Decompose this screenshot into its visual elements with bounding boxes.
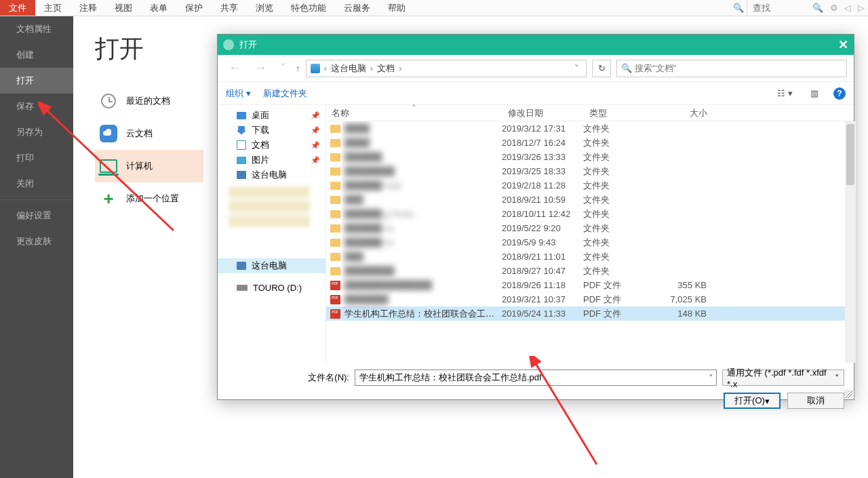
dialog-search[interactable]: 🔍 bbox=[616, 60, 847, 77]
col-size[interactable]: 大小 bbox=[665, 107, 713, 119]
sidebar-save[interactable]: 保存 bbox=[0, 94, 73, 119]
chevron-down-icon[interactable]: ˅ bbox=[835, 373, 840, 383]
menu-cloud[interactable]: 云服务 bbox=[335, 0, 379, 16]
file-row[interactable]: ███2018/9/21 11:01文件夹 bbox=[326, 250, 854, 264]
nav-prev-icon[interactable]: ◁ bbox=[841, 0, 854, 16]
pin-icon: 📌 bbox=[311, 111, 320, 120]
list-header[interactable]: 名称 修改日期 类型 大小 bbox=[326, 105, 854, 121]
tree-desktop[interactable]: 桌面📌 bbox=[218, 108, 326, 123]
sidebar-saveas[interactable]: 另存为 bbox=[0, 119, 73, 145]
file-row[interactable]: ██████ es2019/5/22 9:20文件夹 bbox=[326, 221, 854, 235]
refresh-icon[interactable]: ↻ bbox=[592, 60, 611, 77]
newfolder-button[interactable]: 新建文件夹 bbox=[263, 87, 307, 100]
filetype-select[interactable]: 通用文件 (*.pdf *.fdf *.xfdf *.x˅ bbox=[722, 370, 844, 386]
file-row[interactable]: ████████2019/3/25 18:33文件夹 bbox=[326, 164, 854, 178]
open-recent[interactable]: 最近的文档 bbox=[95, 85, 203, 117]
gear-icon[interactable]: ⚙ bbox=[827, 0, 841, 16]
file-row[interactable]: ██████2019/3/26 13:33文件夹 bbox=[326, 150, 854, 164]
close-icon[interactable]: ✕ bbox=[838, 37, 848, 52]
file-row[interactable]: ████████2018/9/27 10:47文件夹 bbox=[326, 264, 854, 278]
sidebar-prefs[interactable]: 偏好设置 bbox=[0, 203, 73, 228]
tree-download[interactable]: 下载📌 bbox=[218, 123, 326, 138]
dialog-search-input[interactable] bbox=[635, 63, 842, 73]
dialog-titlebar[interactable]: 打开 ✕ bbox=[218, 35, 854, 55]
open-computer-label: 计算机 bbox=[126, 160, 153, 172]
resize-handle[interactable] bbox=[844, 390, 852, 398]
cancel-button[interactable]: 取消 bbox=[787, 393, 844, 409]
file-row[interactable]: ██████ es2019/5/9 9:43文件夹 bbox=[326, 235, 854, 250]
address-bar[interactable]: › 这台电脑› 文档› ˅ bbox=[306, 60, 587, 77]
tree-touro[interactable]: TOURO (D:) bbox=[218, 280, 326, 295]
sidebar-print[interactable]: 打印 bbox=[0, 145, 73, 171]
folder-icon bbox=[330, 224, 340, 233]
tree-pics[interactable]: 图片📌 bbox=[218, 153, 326, 167]
menu-browse[interactable]: 浏览 bbox=[247, 0, 282, 16]
tree-docs[interactable]: 文档📌 bbox=[218, 138, 326, 153]
open-button[interactable]: 打开(O) ▾ bbox=[724, 393, 781, 409]
file-row[interactable]: 学生机构工作总结：校社团联合会工作总...2019/5/24 11:33PDF … bbox=[326, 306, 854, 321]
view-preview-icon[interactable]: ▥ bbox=[808, 88, 821, 98]
folder-tree[interactable]: 桌面📌 下载📌 文档📌 图片📌 这台电脑 这台电脑 TOURO (D:) bbox=[218, 105, 326, 363]
filename-input[interactable]: 学生机构工作总结：校社团联合会工作总结.pdf˅ bbox=[355, 370, 717, 386]
sidebar-create[interactable]: 创建 bbox=[0, 42, 73, 68]
sidebar-close[interactable]: 关闭 bbox=[0, 171, 73, 197]
menubar: 文件 主页 注释 视图 表单 保护 共享 浏览 特色功能 云服务 帮助 🔍 🔍 … bbox=[0, 0, 868, 16]
open-computer[interactable]: 计算机 bbox=[95, 150, 203, 182]
address-dropdown-icon[interactable]: ˅ bbox=[572, 63, 582, 73]
tree-thispc2[interactable]: 这台电脑 bbox=[218, 258, 326, 273]
open-cloud[interactable]: 云文档 bbox=[95, 117, 203, 150]
open-recent-label: 最近的文档 bbox=[126, 95, 170, 107]
nav-recent-icon[interactable]: ˅ bbox=[276, 61, 290, 76]
file-date: 2018/9/21 11:01 bbox=[502, 252, 583, 262]
menu-form[interactable]: 表单 bbox=[141, 0, 176, 16]
file-name: ██████ es bbox=[344, 237, 502, 247]
chevron-down-icon[interactable]: ˅ bbox=[709, 373, 713, 383]
file-row[interactable]: ██████ g Posts2018/10/11 12:42文件夹 bbox=[326, 207, 854, 221]
file-date: 2019/2/18 11:28 bbox=[502, 180, 583, 191]
nav-up-icon[interactable]: ↑ bbox=[296, 63, 300, 73]
file-date: 2018/9/27 10:47 bbox=[502, 266, 583, 276]
crumb-docs[interactable]: 文档 bbox=[377, 62, 395, 75]
help-icon[interactable]: ? bbox=[833, 87, 846, 100]
menu-help[interactable]: 帮助 bbox=[379, 0, 414, 16]
dialog-title: 打开 bbox=[239, 39, 257, 51]
sidebar-skin[interactable]: 更改皮肤 bbox=[0, 228, 73, 254]
menu-file[interactable]: 文件 bbox=[0, 0, 35, 16]
menu-annot[interactable]: 注释 bbox=[71, 0, 106, 16]
menu-protect[interactable]: 保护 bbox=[176, 0, 212, 16]
menu-share[interactable]: 共享 bbox=[212, 0, 247, 16]
nav-next-icon[interactable]: ▷ bbox=[854, 0, 868, 16]
scrollbar-thumb[interactable] bbox=[846, 124, 854, 185]
search-input[interactable] bbox=[750, 3, 811, 13]
file-date: 2018/9/26 11:18 bbox=[502, 280, 583, 290]
dialog-app-icon bbox=[223, 39, 234, 50]
file-type: PDF 文件 bbox=[583, 308, 665, 320]
nav-back-icon[interactable]: ← bbox=[224, 61, 245, 75]
menu-home[interactable]: 主页 bbox=[35, 0, 71, 16]
sidebar-open[interactable]: 打开 bbox=[0, 68, 73, 94]
file-row[interactable]: ██████████████2018/9/26 11:18PDF 文件355 K… bbox=[326, 278, 854, 292]
nav-forward-icon[interactable]: → bbox=[250, 61, 271, 75]
menu-feature[interactable]: 特色功能 bbox=[282, 0, 335, 16]
file-row[interactable]: ██████ load2019/2/18 11:28文件夹 bbox=[326, 178, 854, 193]
menu-view[interactable]: 视图 bbox=[106, 0, 141, 16]
sort-asc-icon[interactable]: ˄ bbox=[412, 103, 416, 113]
col-date[interactable]: 修改日期 bbox=[502, 107, 584, 119]
crumb-thispc[interactable]: 这台电脑 bbox=[331, 62, 366, 75]
view-list-icon[interactable]: ☷ ▾ bbox=[774, 88, 795, 98]
scrollbar[interactable] bbox=[845, 121, 856, 363]
col-type[interactable]: 类型 bbox=[584, 107, 665, 119]
search-icon[interactable]: 🔍 bbox=[811, 3, 825, 13]
file-row[interactable]: ███2018/9/21 10:59文件夹 bbox=[326, 193, 854, 207]
find-doc-icon[interactable]: 🔍 bbox=[730, 0, 747, 16]
file-name: ██████ es bbox=[344, 223, 502, 233]
open-add[interactable]: +添加一个位置 bbox=[95, 182, 203, 215]
file-row[interactable]: ████2018/12/7 16:24文件夹 bbox=[326, 136, 854, 150]
file-row[interactable]: ████2019/3/12 17:31文件夹 bbox=[326, 121, 854, 136]
tree-thispc[interactable]: 这台电脑 bbox=[218, 167, 326, 182]
file-row[interactable]: ███████2019/3/21 10:37PDF 文件7,025 KB bbox=[326, 292, 854, 306]
file-name: ██████ load bbox=[344, 180, 502, 191]
sidebar-props[interactable]: 文档属性 bbox=[0, 16, 73, 42]
organize-button[interactable]: 组织 ▾ bbox=[226, 87, 251, 100]
file-type: 文件夹 bbox=[583, 180, 665, 192]
